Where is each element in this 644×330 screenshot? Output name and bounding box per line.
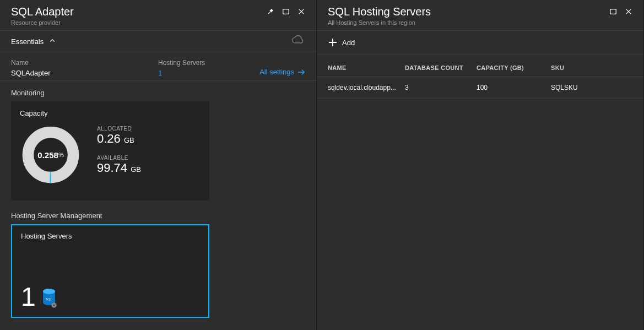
col-cap-header[interactable]: CAPACITY (GB) [477,64,551,71]
svg-rect-0 [283,9,289,14]
close-icon[interactable] [625,8,632,15]
allocated-value: 0.26 [97,132,121,145]
cloud-icon [291,35,305,47]
essentials-label: Essentials [11,37,44,46]
maximize-icon[interactable] [282,8,290,15]
available-unit: GB [131,165,141,174]
cell-sku: SQLSKU [551,84,632,91]
table-header: NAME DATABASE COUNT CAPACITY (GB) SKU [317,64,643,77]
pin-icon[interactable] [267,8,274,15]
all-settings-label: All settings [259,68,294,76]
essentials-bar: Essentials [0,30,316,52]
command-bar: Add [317,30,643,55]
available-label: AVAILABLE [97,155,141,161]
blade-header: SQL Adapter Resource provider [0,0,316,30]
essentials-body: Name SQLAdapter Hosting Servers 1 All se… [0,52,316,81]
blade-sql-hosting-servers: SQL Hosting Servers All Hosting Servers … [317,0,644,330]
arrow-right-icon [297,69,305,75]
hosting-servers-label: Hosting Servers [158,59,305,67]
sql-database-icon: SQL [41,288,57,310]
chevron-up-icon [49,37,56,46]
svg-rect-8 [610,9,616,14]
svg-text:SQL: SQL [45,297,52,301]
hosting-servers-table: NAME DATABASE COUNT CAPACITY (GB) SKU sq… [317,64,643,99]
allocated-label: ALLOCATED [97,126,141,132]
hsm-heading: Hosting Server Management [11,212,305,220]
blade-sql-adapter: SQL Adapter Resource provider Essentials [0,0,317,330]
cell-db: 3 [405,84,477,91]
cell-name: sqldev.local.cloudapp... [328,84,405,91]
blade-subtitle: Resource provider [11,19,74,26]
col-name-header[interactable]: NAME [328,64,405,71]
blade-title: SQL Hosting Servers [328,6,431,18]
capacity-donut-chart: 0.258% [20,124,82,186]
monitoring-heading: Monitoring [11,89,305,97]
add-button[interactable]: Add [328,35,355,50]
available-value: 99.74 [97,161,127,175]
close-icon[interactable] [297,8,305,15]
maximize-icon[interactable] [609,8,617,15]
blade-subtitle: All Hosting Servers in this region [328,19,431,26]
capacity-tile[interactable]: Capacity 0.258% ALLOCATED [11,101,209,201]
donut-percent-value: 0.258 [37,150,58,160]
col-sku-header[interactable]: SKU [551,64,632,71]
plus-icon [328,37,338,47]
hosting-count: 1 [21,284,36,310]
name-label: Name [11,59,158,67]
blade-header: SQL Hosting Servers All Hosting Servers … [317,0,643,30]
hosting-servers-tile[interactable]: Hosting Servers 1 SQL [11,224,209,318]
svg-point-4 [43,289,55,294]
hosting-tile-title: Hosting Servers [21,232,199,240]
capacity-tile-title: Capacity [20,109,201,117]
essentials-toggle[interactable]: Essentials [11,37,56,46]
all-settings-link[interactable]: All settings [259,68,305,76]
svg-point-7 [53,305,55,306]
col-db-header[interactable]: DATABASE COUNT [405,64,477,71]
add-label: Add [342,39,355,47]
blade-title: SQL Adapter [11,6,74,18]
name-value: SQLAdapter [11,69,158,77]
allocated-unit: GB [124,136,134,144]
donut-percent-unit: % [58,152,64,158]
blade-body: Monitoring Capacity 0.258% ALLOCATED [0,81,316,330]
cell-cap: 100 [477,84,551,91]
table-row[interactable]: sqldev.local.cloudapp... 3 100 SQLSKU [317,77,643,99]
